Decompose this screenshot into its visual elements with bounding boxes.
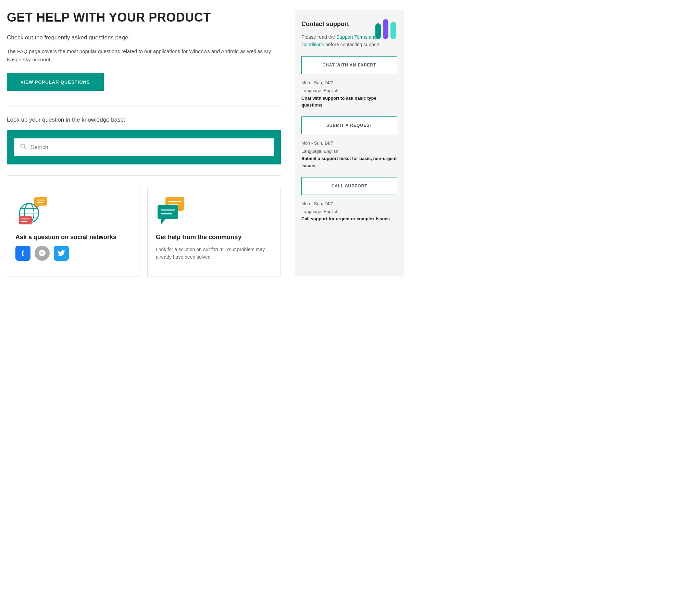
facebook-icon[interactable]: f xyxy=(15,246,30,261)
messenger-icon[interactable] xyxy=(35,246,50,261)
search-input-container xyxy=(14,138,274,156)
submit-support-info: Mon - Sun, 24/7 Language: English Submit… xyxy=(301,139,397,169)
community-card-desc: Look for a solution on our forum. Your p… xyxy=(156,246,272,261)
submit-request-button[interactable]: SUBMIT A REQUEST xyxy=(301,116,397,134)
page-title: GET HELP WITH YOUR PRODUCT xyxy=(7,10,281,25)
faq-intro: Check out the frequently asked questions… xyxy=(7,34,281,41)
submit-language: Language: English xyxy=(301,147,397,155)
call-support-button[interactable]: CALL SUPPORT xyxy=(301,177,397,195)
cards-row: Ask a question on social networks f xyxy=(7,187,281,276)
svg-rect-19 xyxy=(158,205,178,219)
social-networks-card: Ask a question on social networks f xyxy=(7,187,140,276)
sidebar: Contact support Please read the Support … xyxy=(295,10,404,276)
submit-desc: Submit a support ticket for basic, non-u… xyxy=(301,155,397,170)
main-content: GET HELP WITH YOUR PRODUCT Check out the… xyxy=(7,10,295,276)
community-icon xyxy=(156,195,272,227)
community-card-title: Get help from the community xyxy=(156,234,272,241)
call-language: Language: English xyxy=(301,208,397,215)
globe-chat-svg xyxy=(15,195,50,226)
divider-2 xyxy=(7,175,281,176)
svg-rect-25 xyxy=(390,22,396,39)
search-input[interactable] xyxy=(31,144,268,150)
chat-support-info: Mon - Sun, 24/7 Language: English Chat w… xyxy=(301,79,397,109)
chat-language: Language: English xyxy=(301,87,397,95)
svg-marker-22 xyxy=(161,219,165,224)
chat-with-expert-button[interactable]: CHAT WITH AN EXPERT xyxy=(301,56,397,74)
call-hours: Mon - Sun, 24/7 xyxy=(301,200,397,208)
social-card-title: Ask a question on social networks xyxy=(15,234,132,241)
divider-1 xyxy=(7,107,281,107)
faq-description: The FAQ page covers the most popular que… xyxy=(7,47,281,64)
svg-rect-7 xyxy=(34,197,47,206)
svg-rect-24 xyxy=(383,19,388,39)
svg-rect-23 xyxy=(375,23,381,39)
submit-hours: Mon - Sun, 24/7 xyxy=(301,139,397,147)
community-chat-svg xyxy=(156,195,190,226)
social-networks-icon xyxy=(15,195,132,227)
search-icon xyxy=(20,143,27,151)
call-support-info: Mon - Sun, 24/7 Language: English Call s… xyxy=(301,200,397,223)
knowledge-base-title: Look up your question in the knowledge b… xyxy=(7,116,281,123)
twitter-icon[interactable] xyxy=(54,246,69,261)
chat-hours: Mon - Sun, 24/7 xyxy=(301,79,397,87)
chat-desc: Chat with support to ask basic type ques… xyxy=(301,95,397,109)
page-wrapper: GET HELP WITH YOUR PRODUCT Check out the… xyxy=(0,0,411,290)
svg-line-1 xyxy=(25,148,26,150)
view-popular-questions-button[interactable]: VIEW POPULAR QUESTIONS xyxy=(7,73,104,91)
search-box-wrapper xyxy=(7,130,281,164)
svg-point-0 xyxy=(21,144,25,148)
call-desc: Call support for urgent or complex issue… xyxy=(301,215,397,223)
social-icons: f xyxy=(15,246,132,261)
kaspersky-logo xyxy=(375,16,399,40)
community-card: Get help from the community Look for a s… xyxy=(147,187,281,276)
